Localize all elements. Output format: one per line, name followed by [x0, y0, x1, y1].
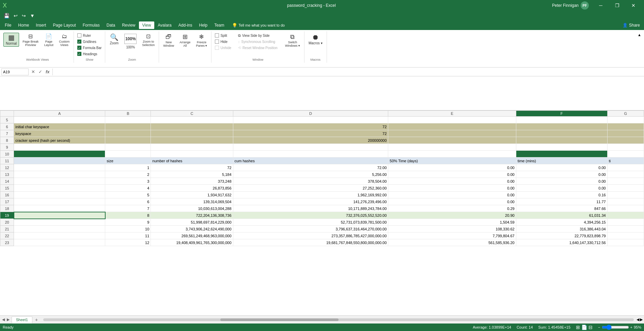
cell-b8[interactable]	[105, 137, 151, 144]
cell-d8[interactable]: 200000000	[233, 137, 388, 144]
add-sheet-btn[interactable]: +	[32, 316, 41, 324]
cell-e14[interactable]: 0.00	[388, 178, 516, 185]
sync-scrolling-btn[interactable]: ↕ Synchronous Scrolling	[237, 39, 279, 44]
page-break-preview-btn[interactable]: ⊟ Page BreakPreview	[20, 33, 41, 48]
cell-c18[interactable]: 10,030,613,004,288	[151, 205, 233, 212]
cell-d20[interactable]: 52,731,073,839,781,500.00	[233, 219, 388, 226]
cell-b21[interactable]: 10	[105, 226, 151, 232]
cell-d16[interactable]: 1,962,169,992.00	[233, 192, 388, 198]
cell-e12[interactable]: 0.00	[388, 164, 516, 171]
cell-a7[interactable]: keyspace	[14, 130, 105, 137]
horizontal-scrollbar[interactable]	[41, 318, 637, 321]
menu-insert[interactable]: Insert	[32, 21, 49, 29]
cell-c16[interactable]: 1,934,917,632	[151, 192, 233, 198]
menu-review[interactable]: Review	[119, 21, 139, 29]
col-header-b[interactable]: B	[105, 111, 151, 117]
cell-c11[interactable]: number of hashes	[151, 157, 233, 164]
formula-bar-checkbox-btn[interactable]: Formula Bar	[76, 45, 103, 50]
spreadsheet-scroll-area[interactable]: A B C D E F G 5	[0, 110, 644, 315]
menu-view[interactable]: View	[139, 21, 155, 29]
zoom-btn[interactable]: 🔍 Zoom	[107, 33, 121, 46]
cell-g10[interactable]	[607, 151, 644, 157]
col-header-e[interactable]: E	[388, 111, 516, 117]
gridlines-checkbox-btn[interactable]: Gridlines	[76, 39, 103, 44]
switch-windows-btn[interactable]: ⧉ SwitchWindows ▾	[283, 33, 302, 48]
cell-b9[interactable]	[105, 144, 151, 151]
share-button[interactable]: 👤 Share	[620, 22, 643, 28]
cell-d17[interactable]: 141,276,239,496.00	[233, 198, 388, 205]
cell-d22[interactable]: 273,357,886,785,427,000,000.00	[233, 232, 388, 239]
cell-f8[interactable]	[516, 137, 607, 144]
cell-c8[interactable]	[151, 137, 233, 144]
h-scroll-left-arrow[interactable]: ◀	[637, 317, 639, 322]
cell-e16[interactable]: 0.00	[388, 192, 516, 198]
cell-c5[interactable]	[151, 117, 233, 123]
cell-e19[interactable]: 20.90	[388, 212, 516, 219]
sheet-tab-sheet1[interactable]: Sheet1	[12, 316, 32, 324]
normal-view-status-btn[interactable]: ⊞	[576, 325, 580, 330]
cell-b17[interactable]: 6	[105, 198, 151, 205]
cell-c17[interactable]: 139,314,069,504	[151, 198, 233, 205]
cell-e10[interactable]	[388, 151, 516, 157]
cell-f22[interactable]: 22,779,823,898.79	[516, 232, 607, 239]
cell-g8[interactable]	[607, 137, 644, 144]
zoom-100-btn[interactable]: 100% 100%	[122, 33, 139, 50]
cell-g7[interactable]	[607, 130, 644, 137]
cell-reference-input[interactable]	[1, 69, 29, 75]
cell-g14[interactable]	[607, 178, 644, 185]
cell-e22[interactable]: 7,799,804.67	[388, 232, 516, 239]
cell-c10[interactable]	[151, 151, 233, 157]
cell-f9[interactable]	[516, 144, 607, 151]
tell-me-label[interactable]: Tell me what you want to do	[239, 23, 285, 27]
cell-f17[interactable]: 11.77	[516, 198, 607, 205]
cell-a17[interactable]	[14, 198, 105, 205]
cell-a13[interactable]	[14, 171, 105, 178]
cell-a18[interactable]	[14, 205, 105, 212]
cell-f18[interactable]: 847.66	[516, 205, 607, 212]
menu-help[interactable]: Help	[195, 21, 211, 29]
cell-d19[interactable]: 732,376,025,552,520.00	[233, 212, 388, 219]
cell-c23[interactable]: 19,408,409,961,765,300,000,000	[151, 239, 233, 246]
cell-c9[interactable]	[151, 144, 233, 151]
cell-d6[interactable]: 72	[233, 123, 388, 130]
cell-e13[interactable]: 0.00	[388, 171, 516, 178]
cell-b22[interactable]: 11	[105, 232, 151, 239]
cell-f20[interactable]: 4,394,256.15	[516, 219, 607, 226]
sheet-scroll-right-btn[interactable]: ▶	[6, 317, 10, 322]
cell-g5[interactable]	[607, 117, 644, 123]
zoom-slider-input[interactable]	[602, 325, 629, 330]
col-header-c[interactable]: C	[151, 111, 233, 117]
cell-f21[interactable]: 316,386,443.04	[516, 226, 607, 232]
page-layout-btn[interactable]: 📄 PageLayout	[42, 33, 56, 48]
cell-g16[interactable]	[607, 192, 644, 198]
cell-c7[interactable]	[151, 130, 233, 137]
cell-g21[interactable]	[607, 226, 644, 232]
cell-b6[interactable]	[105, 123, 151, 130]
cell-g6[interactable]	[607, 123, 644, 130]
cell-d7[interactable]: 72	[233, 130, 388, 137]
cell-f7[interactable]	[516, 130, 607, 137]
cell-b23[interactable]: 12	[105, 239, 151, 246]
zoom-selection-btn[interactable]: ⊡ Zoom toSelection	[140, 33, 157, 48]
cell-b14[interactable]: 3	[105, 178, 151, 185]
cell-f10[interactable]	[516, 151, 607, 157]
col-header-f[interactable]: F	[516, 111, 607, 117]
custom-views-btn[interactable]: 🗂 CustomViews	[57, 33, 72, 48]
view-side-by-side-btn[interactable]: ⧉ View Side by Side	[237, 33, 279, 38]
cell-a22[interactable]	[14, 232, 105, 239]
cancel-formula-btn[interactable]: ✕	[30, 69, 36, 75]
cell-d21[interactable]: 3,796,637,316,464,270,000.00	[233, 226, 388, 232]
cell-g18[interactable]	[607, 205, 644, 212]
user-avatar[interactable]: PF	[581, 1, 589, 10]
cell-c13[interactable]: 5,184	[151, 171, 233, 178]
cell-d13[interactable]: 5,256.00	[233, 171, 388, 178]
cell-a16[interactable]	[14, 192, 105, 198]
cell-e11[interactable]: 50% Time (days)	[388, 157, 516, 164]
cell-a8[interactable]: cracker speed (hash per second)	[14, 137, 105, 144]
cell-a5[interactable]	[14, 117, 105, 123]
formula-input[interactable]	[52, 69, 643, 75]
cell-e6[interactable]	[388, 123, 516, 130]
cell-d5[interactable]	[233, 117, 388, 123]
minimize-button[interactable]: ─	[593, 0, 609, 11]
cell-g13[interactable]	[607, 171, 644, 178]
